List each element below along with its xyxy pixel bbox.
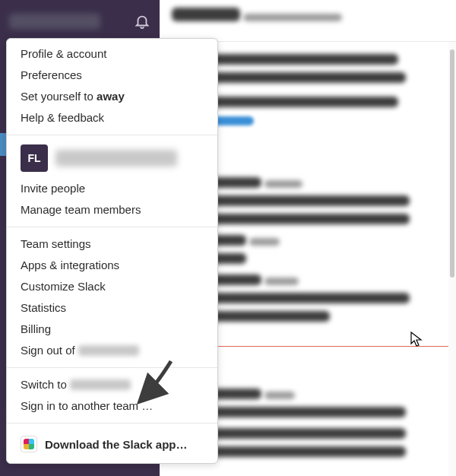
slack-icon — [21, 436, 37, 452]
team-name — [55, 150, 177, 167]
menu-sign-out[interactable]: Sign out of — [7, 340, 217, 361]
menu-team-settings[interactable]: Team settings — [7, 233, 217, 255]
menu-set-away-bold: away — [97, 90, 125, 103]
menu-separator — [7, 135, 217, 135]
team-name-inline — [78, 345, 139, 356]
menu-invite-people[interactable]: Invite people — [7, 178, 217, 199]
menu-manage-members[interactable]: Manage team members — [7, 199, 217, 221]
menu-switch-prefix: Switch to — [21, 378, 70, 391]
menu-switch-team[interactable]: Switch to — [7, 374, 217, 395]
menu-apps-integrations[interactable]: Apps & integrations — [7, 255, 217, 276]
menu-set-away[interactable]: Set yourself to away — [7, 86, 217, 107]
scrollbar-thumb[interactable] — [450, 49, 454, 278]
menu-separator — [7, 227, 217, 227]
menu-set-away-prefix: Set yourself to — [21, 90, 97, 103]
menu-help-feedback[interactable]: Help & feedback — [7, 107, 217, 129]
menu-sign-out-prefix: Sign out of — [21, 344, 78, 357]
bell-icon[interactable] — [134, 13, 150, 30]
menu-statistics[interactable]: Statistics — [7, 297, 217, 319]
menu-current-team[interactable]: FL — [7, 141, 217, 178]
team-icon: FL — [21, 144, 48, 172]
menu-profile-account[interactable]: Profile & account — [7, 43, 217, 65]
menu-separator — [7, 423, 217, 424]
channel-header — [160, 0, 456, 42]
channel-subtitle — [243, 14, 342, 21]
menu-billing[interactable]: Billing — [7, 319, 217, 340]
menu-customize-slack[interactable]: Customize Slack — [7, 276, 217, 297]
menu-download-app[interactable]: Download the Slack app… — [7, 430, 217, 459]
workspace-menu: Profile & account Preferences Set yourse… — [6, 38, 218, 464]
menu-sign-in-another-team[interactable]: Sign in to another team … — [7, 395, 217, 417]
menu-download-label: Download the Slack app… — [45, 438, 188, 451]
sidebar-header[interactable] — [0, 0, 160, 42]
menu-preferences[interactable]: Preferences — [7, 65, 217, 86]
other-team-inline — [70, 379, 131, 390]
channel-title — [172, 8, 240, 21]
menu-separator — [7, 367, 217, 368]
workspace-name — [9, 14, 100, 29]
